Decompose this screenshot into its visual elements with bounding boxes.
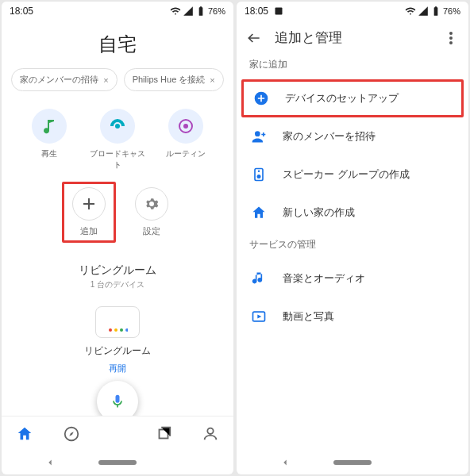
add-manage-screen: 18:05 76% 追加と管理 家に追加 デバイスのセットアップ 家のメンバーを… (237, 2, 468, 474)
svg-point-11 (449, 32, 453, 35)
room-name: リビングルーム (2, 263, 233, 278)
overflow-menu[interactable] (443, 30, 459, 46)
nav-profile[interactable] (202, 425, 219, 443)
wifi-icon (170, 6, 181, 17)
section-manage-services: サービスの管理 (237, 232, 468, 259)
back-arrow-icon[interactable] (246, 30, 262, 46)
system-nav (2, 451, 233, 474)
mic-icon (110, 393, 125, 409)
compass-icon (63, 425, 80, 443)
svg-point-5 (120, 328, 123, 332)
action-broadcast[interactable]: ブロードキャスト (90, 109, 145, 171)
back-icon[interactable] (279, 457, 291, 468)
room-device-count: 1 台のデバイス (2, 279, 233, 290)
status-time: 18:05 (10, 6, 33, 17)
action-add[interactable]: 追加 (67, 187, 110, 237)
svg-point-15 (255, 131, 260, 136)
suggestion-chips: 家のメンバーの招待 × Philips Hue を接続 × (2, 68, 233, 104)
item-video-photo[interactable]: 動画と写真 (237, 298, 468, 336)
system-nav (237, 451, 468, 474)
svg-point-17 (257, 175, 261, 178)
add-highlight: 追加 (62, 182, 116, 243)
bottom-nav (2, 416, 233, 451)
page-title: 追加と管理 (275, 29, 430, 47)
broadcast-icon (110, 118, 125, 134)
item-invite-member[interactable]: 家のメンバーを招待 (237, 117, 468, 155)
image-icon (274, 6, 283, 16)
item-speaker-group[interactable]: スピーカー グループの作成 (237, 155, 468, 194)
video-icon (251, 309, 267, 324)
svg-point-3 (109, 328, 112, 332)
speaker-icon (251, 167, 267, 182)
svg-point-4 (114, 328, 118, 332)
home-screen: 18:05 76% 自宅 家のメンバーの招待 × Philips Hue を接続… (2, 2, 233, 474)
home-icon (16, 425, 33, 443)
stack-icon (155, 425, 172, 443)
home-pill[interactable] (98, 460, 137, 465)
svg-point-6 (125, 328, 128, 332)
signal-icon (183, 6, 194, 17)
back-icon[interactable] (44, 457, 56, 468)
svg-point-0 (115, 124, 120, 129)
chip-invite-member[interactable]: 家のメンバーの招待 × (11, 68, 117, 91)
status-battery: 76% (208, 6, 225, 16)
battery-icon (195, 6, 206, 17)
room-section: リビングルーム 1 台のデバイス (2, 254, 233, 295)
svg-point-18 (258, 171, 260, 173)
item-device-setup[interactable]: デバイスのセットアップ (241, 79, 464, 117)
routine-icon (178, 118, 194, 134)
svg-point-9 (207, 428, 213, 433)
music-note-icon (41, 118, 57, 134)
device-name: リビングルーム (79, 344, 156, 358)
home-pill[interactable] (333, 460, 372, 465)
close-icon[interactable]: × (103, 75, 108, 85)
device-resume-link[interactable]: 再開 (79, 363, 156, 374)
gear-icon (144, 197, 159, 211)
person-add-icon (251, 129, 267, 144)
battery-icon (430, 6, 441, 17)
status-bar: 18:05 76% (2, 2, 233, 21)
nav-browse[interactable] (155, 425, 172, 443)
main-actions: 追加 設定 (2, 175, 233, 254)
nav-discover[interactable] (63, 425, 80, 443)
svg-point-13 (449, 41, 453, 44)
person-icon (202, 425, 219, 443)
nav-home[interactable] (16, 425, 33, 443)
more-vert-icon (449, 32, 453, 44)
svg-rect-10 (275, 8, 282, 15)
page-header: 追加と管理 (237, 21, 468, 52)
wifi-icon (405, 6, 416, 17)
home-title: 自宅 (2, 21, 233, 68)
action-settings[interactable]: 設定 (130, 187, 173, 243)
plus-icon (82, 197, 96, 211)
section-add-to-home: 家に追加 (237, 52, 468, 79)
item-music-audio[interactable]: 音楽とオーディオ (237, 259, 468, 298)
chip-philips-hue[interactable]: Philips Hue を接続 × (124, 68, 224, 91)
action-play[interactable]: 再生 (21, 109, 77, 171)
device-card[interactable]: リビングルーム 再開 (79, 306, 156, 374)
media-actions: 再生 ブロードキャスト ルーティン (2, 104, 233, 175)
signal-icon (418, 6, 429, 17)
device-icon (95, 306, 140, 338)
action-routine[interactable]: ルーティン (158, 109, 214, 171)
plus-circle-icon (253, 90, 269, 106)
home-icon (251, 205, 267, 221)
svg-point-2 (183, 124, 188, 129)
music-icon (251, 271, 267, 286)
status-bar: 18:05 76% (237, 2, 468, 21)
item-new-home[interactable]: 新しい家の作成 (237, 194, 468, 232)
svg-point-12 (449, 36, 453, 40)
close-icon[interactable]: × (210, 75, 214, 85)
